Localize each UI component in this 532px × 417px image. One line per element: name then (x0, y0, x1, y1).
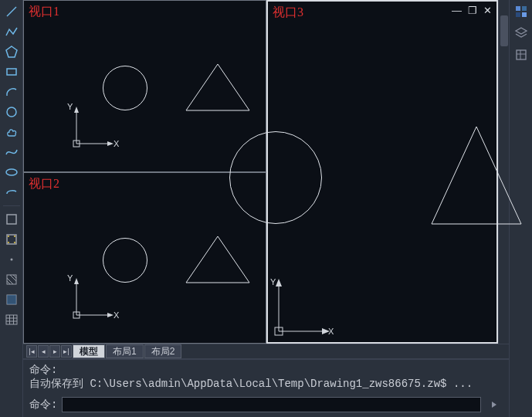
ucs-x-label: X (114, 139, 119, 148)
svg-point-4 (6, 169, 17, 175)
minimize-button[interactable]: — (452, 5, 462, 16)
svg-rect-18 (7, 295, 16, 304)
command-history: 命令: 自动保存到 C:\Users\admin\AppData\Local\T… (23, 360, 509, 394)
svg-rect-42 (516, 6, 520, 11)
polygon-tool[interactable] (3, 43, 20, 60)
point-tool[interactable] (3, 251, 20, 268)
arc-tool[interactable] (3, 83, 20, 100)
svg-rect-5 (7, 215, 16, 224)
ellipse-tool[interactable] (3, 164, 20, 181)
tab-first-button[interactable]: |◂ (26, 345, 37, 358)
svg-line-14 (7, 281, 10, 284)
polyline-tool[interactable] (3, 23, 20, 40)
circle-shape (229, 131, 322, 224)
properties-icon[interactable] (513, 46, 530, 63)
viewport-3-label: 视口3 (273, 5, 303, 21)
ucs-x-label: X (114, 310, 119, 320)
viewport-2-label: 视口2 (29, 176, 59, 192)
command-prompt: 命令: (29, 398, 57, 412)
line-tool[interactable] (3, 3, 20, 20)
revcloud-tool[interactable] (3, 124, 20, 141)
table-tool[interactable] (3, 311, 20, 328)
svg-line-0 (7, 7, 16, 16)
svg-line-16 (13, 275, 16, 278)
svg-rect-2 (7, 69, 16, 75)
triangle-shape (185, 63, 251, 112)
svg-marker-34 (107, 313, 114, 317)
close-button[interactable]: ✕ (483, 5, 492, 16)
tab-layout1[interactable]: 布局1 (106, 344, 144, 358)
ucs-y-label: Y (67, 102, 73, 111)
svg-marker-24 (186, 64, 249, 110)
ucs-y-label: Y (67, 273, 73, 283)
svg-line-13 (7, 278, 13, 284)
command-input[interactable] (62, 397, 481, 412)
svg-point-11 (10, 259, 12, 261)
svg-rect-46 (517, 50, 526, 59)
palette-icon[interactable] (513, 3, 530, 20)
layout-tabs-bar: |◂ ◂ ▸ ▸| 模型 布局1 布局2 (23, 344, 509, 359)
tab-next-button[interactable]: ▸ (49, 345, 60, 358)
tab-prev-button[interactable]: ◂ (38, 345, 49, 358)
svg-point-3 (7, 107, 16, 117)
restore-button[interactable]: ❐ (468, 5, 477, 16)
ucs-icon (70, 103, 117, 150)
ucs-icon (271, 276, 333, 337)
main-area: 视口1 Y X 视口2 (23, 0, 509, 417)
viewport-3[interactable]: 视口3 — ❐ ✕ Y X (266, 0, 498, 344)
spline-tool[interactable] (3, 144, 20, 161)
viewport-1-label: 视口1 (29, 4, 59, 20)
svg-marker-38 (276, 279, 282, 286)
hatch-tool[interactable] (3, 271, 20, 288)
tab-last-button[interactable]: ▸| (61, 345, 72, 358)
circle-tool[interactable] (3, 103, 20, 120)
command-history-line: 自动保存到 C:\Users\admin\AppData\Local\Temp\… (29, 377, 503, 391)
window-controls: — ❐ ✕ (452, 5, 492, 16)
tab-model[interactable]: 模型 (73, 344, 105, 358)
ucs-y-label: Y (270, 277, 276, 286)
ucs-x-label: X (328, 327, 334, 336)
viewport-1[interactable]: 视口1 Y X (23, 0, 266, 172)
svg-point-9 (8, 242, 9, 243)
svg-marker-28 (107, 141, 114, 146)
svg-marker-1 (6, 46, 17, 57)
svg-marker-32 (74, 278, 79, 284)
svg-point-7 (8, 236, 9, 237)
ucs-icon (70, 275, 117, 321)
gradient-tool[interactable] (3, 291, 20, 308)
command-panel: 命令: 自动保存到 C:\Users\admin\AppData\Local\T… (23, 359, 509, 417)
layers-icon[interactable] (513, 25, 530, 42)
svg-marker-30 (186, 236, 249, 283)
svg-point-8 (14, 236, 15, 237)
tab-nav: |◂ ◂ ▸ ▸| (26, 345, 73, 358)
triangle-shape (430, 125, 523, 225)
ellipse-arc-tool[interactable] (3, 184, 20, 201)
svg-rect-45 (522, 12, 527, 17)
svg-rect-19 (6, 315, 17, 324)
block-edit-tool[interactable] (3, 231, 20, 248)
svg-marker-36 (432, 127, 521, 224)
svg-rect-43 (522, 6, 527, 11)
triangle-shape (185, 235, 251, 284)
viewport-2[interactable]: 视口2 Y X (23, 172, 266, 344)
command-history-line: 命令: (29, 363, 503, 377)
toolbar-separator (3, 205, 20, 206)
block-tool[interactable] (3, 211, 20, 228)
command-resize-handle[interactable] (486, 399, 503, 410)
rectangle-tool[interactable] (3, 63, 20, 80)
svg-rect-44 (516, 12, 520, 17)
tab-layout2[interactable]: 布局2 (144, 344, 182, 358)
scrollbar-thumb[interactable] (500, 15, 508, 46)
svg-point-10 (14, 242, 15, 243)
viewports-area: 视口1 Y X 视口2 (23, 0, 509, 344)
svg-marker-26 (74, 107, 79, 113)
draw-toolbar (0, 0, 23, 417)
svg-line-15 (10, 275, 16, 281)
